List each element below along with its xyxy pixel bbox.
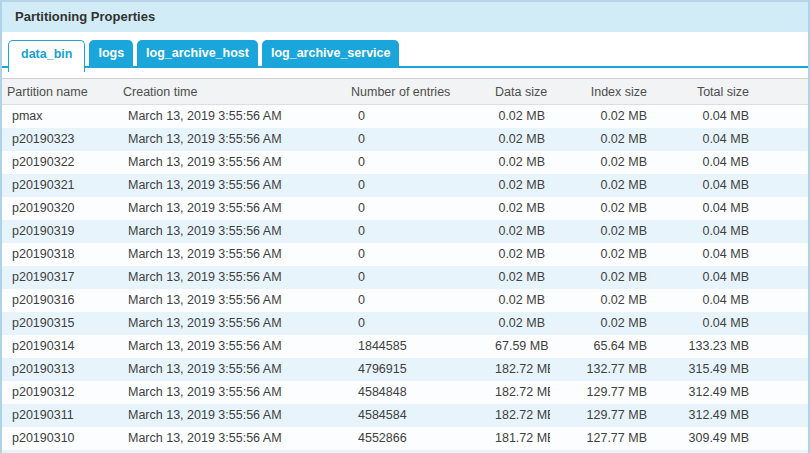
cell-spacer	[754, 289, 808, 312]
cell-spacer	[754, 128, 808, 151]
cell-data-size: 182.72 MB	[494, 358, 550, 381]
cell-partition-name: p20190318	[2, 243, 118, 266]
cell-data-size: 182.72 MB	[494, 381, 550, 404]
cell-partition-name: p20190314	[2, 335, 118, 358]
cell-number-of-entries: 0	[346, 105, 494, 128]
col-header-index-size: Index size	[550, 79, 652, 105]
table-row: p20190313March 13, 2019 3:55:56 AM479691…	[2, 358, 808, 381]
cell-partition-name: p20190323	[2, 128, 118, 151]
cell-index-size: 0.02 MB	[550, 312, 652, 335]
cell-index-size: 0.02 MB	[550, 128, 652, 151]
cell-creation-time: March 13, 2019 3:55:56 AM	[118, 174, 346, 197]
cell-partition-name: p20190320	[2, 197, 118, 220]
cell-number-of-entries: 0	[346, 128, 494, 151]
cell-partition-name: p20190322	[2, 151, 118, 174]
cell-index-size: 127.77 MB	[550, 427, 652, 450]
tab-log-archive-service[interactable]: log_archive_service	[262, 40, 400, 67]
tab-bar: data_bin logs log_archive_host log_archi…	[2, 32, 808, 78]
cell-data-size: 181.72 MB	[494, 427, 550, 450]
cell-index-size: 0.02 MB	[550, 243, 652, 266]
table-row: p20190317March 13, 2019 3:55:56 AM00.02 …	[2, 266, 808, 289]
cell-partition-name: p20190317	[2, 266, 118, 289]
cell-creation-time: March 13, 2019 3:55:56 AM	[118, 381, 346, 404]
cell-data-size: 0.02 MB	[494, 312, 550, 335]
cell-data-size: 0.02 MB	[494, 266, 550, 289]
tab-data-bin[interactable]: data_bin	[8, 40, 85, 72]
cutoff-next-row	[2, 450, 808, 453]
cell-data-size: 0.02 MB	[494, 151, 550, 174]
cell-number-of-entries: 0	[346, 197, 494, 220]
cell-data-size: 0.02 MB	[494, 243, 550, 266]
cell-number-of-entries: 4584584	[346, 404, 494, 427]
cell-total-size: 0.04 MB	[652, 312, 754, 335]
cell-creation-time: March 13, 2019 3:55:56 AM	[118, 105, 346, 128]
cell-spacer	[754, 404, 808, 427]
col-header-spacer	[754, 79, 808, 105]
cell-partition-name: p20190313	[2, 358, 118, 381]
cell-total-size: 312.49 MB	[652, 381, 754, 404]
table-row: p20190318March 13, 2019 3:55:56 AM00.02 …	[2, 243, 808, 266]
cell-number-of-entries: 0	[346, 174, 494, 197]
cell-total-size: 0.04 MB	[652, 128, 754, 151]
cell-total-size: 309.49 MB	[652, 427, 754, 450]
table-row: p20190311March 13, 2019 3:55:56 AM458458…	[2, 404, 808, 427]
cell-data-size: 182.72 MB	[494, 404, 550, 427]
col-header-number-of-entries: Number of entries	[346, 79, 494, 105]
cell-spacer	[754, 243, 808, 266]
partitioning-properties-panel: Partitioning Properties data_bin logs lo…	[0, 0, 810, 453]
cell-total-size: 0.04 MB	[652, 289, 754, 312]
cell-data-size: 0.02 MB	[494, 220, 550, 243]
cell-total-size: 0.04 MB	[652, 151, 754, 174]
cell-partition-name: p20190312	[2, 381, 118, 404]
cell-number-of-entries: 0	[346, 243, 494, 266]
col-header-data-size: Data size	[494, 79, 550, 105]
cell-index-size: 129.77 MB	[550, 404, 652, 427]
cell-total-size: 0.04 MB	[652, 220, 754, 243]
table-row: p20190316March 13, 2019 3:55:56 AM00.02 …	[2, 289, 808, 312]
cell-partition-name: p20190319	[2, 220, 118, 243]
tab-log-archive-host[interactable]: log_archive_host	[137, 40, 258, 67]
cell-total-size: 0.04 MB	[652, 197, 754, 220]
cell-spacer	[754, 381, 808, 404]
cell-creation-time: March 13, 2019 3:55:56 AM	[118, 335, 346, 358]
col-header-total-size: Total size	[652, 79, 754, 105]
cell-data-size: 67.59 MB	[494, 335, 550, 358]
cell-total-size: 315.49 MB	[652, 358, 754, 381]
cell-creation-time: March 13, 2019 3:55:56 AM	[118, 358, 346, 381]
table-row: p20190312March 13, 2019 3:55:56 AM458484…	[2, 381, 808, 404]
cell-partition-name: p20190315	[2, 312, 118, 335]
table-header-row: Partition name Creation time Number of e…	[2, 79, 808, 105]
cell-index-size: 0.02 MB	[550, 105, 652, 128]
cell-index-size: 0.02 MB	[550, 220, 652, 243]
cell-number-of-entries: 0	[346, 289, 494, 312]
table-row: p20190320March 13, 2019 3:55:56 AM00.02 …	[2, 197, 808, 220]
cell-spacer	[754, 151, 808, 174]
cell-spacer	[754, 174, 808, 197]
cell-spacer	[754, 312, 808, 335]
cell-data-size: 0.02 MB	[494, 174, 550, 197]
cell-total-size: 312.49 MB	[652, 404, 754, 427]
cell-number-of-entries: 0	[346, 266, 494, 289]
table-row: p20190321March 13, 2019 3:55:56 AM00.02 …	[2, 174, 808, 197]
cell-total-size: 0.04 MB	[652, 105, 754, 128]
cell-number-of-entries: 0	[346, 151, 494, 174]
tab-list: data_bin logs log_archive_host log_archi…	[8, 40, 399, 72]
table-row: p20190315March 13, 2019 3:55:56 AM00.02 …	[2, 312, 808, 335]
cell-creation-time: March 13, 2019 3:55:56 AM	[118, 243, 346, 266]
cell-total-size: 0.04 MB	[652, 174, 754, 197]
cell-partition-name: p20190310	[2, 427, 118, 450]
col-header-creation-time: Creation time	[118, 79, 346, 105]
cell-creation-time: March 13, 2019 3:55:56 AM	[118, 404, 346, 427]
table-row: p20190314March 13, 2019 3:55:56 AM184458…	[2, 335, 808, 358]
cell-index-size: 0.02 MB	[550, 151, 652, 174]
cell-total-size: 0.04 MB	[652, 266, 754, 289]
tab-logs[interactable]: logs	[89, 40, 133, 67]
cell-spacer	[754, 105, 808, 128]
cell-data-size: 0.02 MB	[494, 197, 550, 220]
table-row: p20190323March 13, 2019 3:55:56 AM00.02 …	[2, 128, 808, 151]
cell-creation-time: March 13, 2019 3:55:56 AM	[118, 427, 346, 450]
cell-creation-time: March 13, 2019 3:55:56 AM	[118, 289, 346, 312]
cell-creation-time: March 13, 2019 3:55:56 AM	[118, 128, 346, 151]
partition-table: Partition name Creation time Number of e…	[2, 78, 808, 450]
cell-number-of-entries: 1844585	[346, 335, 494, 358]
